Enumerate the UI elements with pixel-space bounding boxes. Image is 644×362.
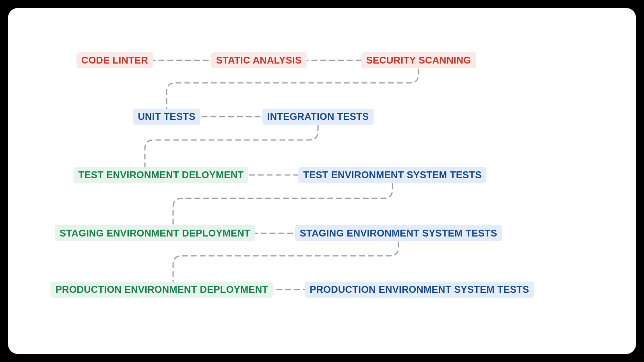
- node-n11: PRODUCTION ENVIRONMENT SYSTEM TESTS: [305, 282, 534, 298]
- connector-2: [167, 60, 419, 117]
- node-n7: TEST ENVIRONMENT SYSTEM TESTS: [298, 167, 486, 183]
- node-n9: STAGING ENVIRONMENT SYSTEM TESTS: [295, 225, 502, 241]
- connector-6: [173, 175, 392, 233]
- node-n5: INTEGRATION TESTS: [262, 109, 374, 125]
- node-n3: SECURITY SCANNING: [361, 52, 476, 68]
- node-n4: UNIT TESTS: [133, 109, 200, 125]
- connector-8: [173, 233, 398, 290]
- node-n10: PRODUCTION ENVIRONMENT DEPLOYMENT: [51, 282, 273, 298]
- node-n6: TEST ENVIRONMENT DELOYMENT: [74, 167, 248, 183]
- node-n8: STAGING ENVIRONMENT DEPLOYMENT: [55, 225, 255, 241]
- connector-4: [145, 117, 318, 175]
- diagram-card: CODE LINTERSTATIC ANALYSISSECURITY SCANN…: [8, 8, 636, 354]
- node-n1: CODE LINTER: [76, 52, 153, 68]
- node-n2: STATIC ANALYSIS: [211, 52, 307, 68]
